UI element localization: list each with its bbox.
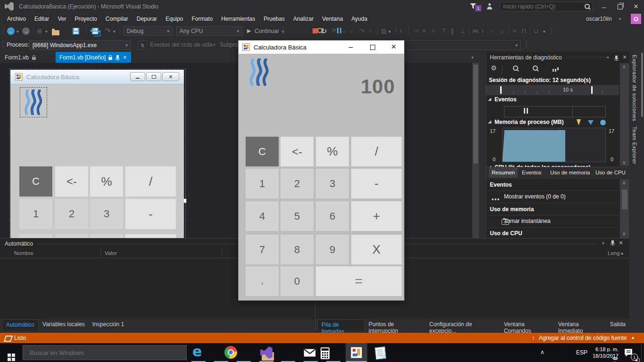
events-expander-icon[interactable]: ◢ [488, 97, 491, 101]
tab-uso-memoria[interactable]: Uso de memoria [550, 170, 590, 175]
edge-taskbar-icon[interactable]: e [192, 343, 202, 360]
diag-zoom-out-icon[interactable] [532, 65, 539, 72]
button-divide[interactable]: / [351, 137, 402, 166]
source-control-caret-icon[interactable]: ▴ [632, 335, 634, 340]
panel-close-icon[interactable]: × [623, 53, 627, 61]
take-snapshot-link[interactable]: Tomar instantánea [504, 218, 551, 224]
menu-formato[interactable]: Formato [188, 16, 217, 22]
process-combo[interactable]: [8668] WindowsApp1.exe▾ [29, 40, 131, 50]
designer-button-3[interactable]: 3 [90, 199, 123, 229]
pin-icon[interactable] [116, 55, 120, 60]
panel-menu-caret[interactable]: ▾ [602, 241, 604, 246]
button-equals[interactable]: = [316, 266, 402, 296]
col-valor[interactable]: Valor [105, 250, 117, 256]
menu-herramientas[interactable]: Herramientas [217, 16, 259, 22]
continue-play-icon[interactable]: ▶ [247, 28, 251, 34]
timeline-ruler[interactable]: 10 s [486, 85, 619, 95]
button-4[interactable]: 4 [246, 201, 279, 231]
taskbar-search-box[interactable] [23, 345, 187, 360]
calculator-taskbar-icon[interactable] [321, 347, 330, 359]
menu-equipo[interactable]: Equipo [161, 16, 187, 22]
scroll-up-icon[interactable]: ∧ [622, 180, 626, 185]
diag-vscrollbar[interactable]: ∧ ∨ [620, 63, 629, 166]
quick-launch-box[interactable] [500, 2, 593, 11]
show-events-icon[interactable] [492, 198, 500, 201]
tab-form1-code[interactable]: Form1.vb [0, 52, 41, 63]
size-to-grid-icon[interactable]: ◇ [500, 27, 504, 34]
menu-ayuda[interactable]: Ayuda [347, 16, 372, 22]
restore-button[interactable] [613, 1, 627, 12]
panel-close-icon[interactable]: × [619, 239, 623, 247]
step-out-icon[interactable]: ↑ [369, 27, 372, 34]
account-name[interactable]: oscar10iin [586, 16, 612, 22]
calculator-app-taskbar-button[interactable] [346, 343, 367, 362]
panel-menu-caret[interactable]: ▾ [607, 55, 609, 60]
align-bottoms-icon[interactable]: ⊥ [460, 27, 465, 34]
navigate-back-caret[interactable]: ▾ [17, 29, 19, 34]
button-5[interactable]: 5 [281, 201, 314, 231]
designer-vscrollbar[interactable] [472, 63, 479, 238]
visual-studio-taskbar-icon[interactable] [260, 346, 272, 360]
designer-button-4[interactable]: 4 [19, 234, 52, 238]
show-desktop-button[interactable] [641, 343, 644, 362]
notepad-taskbar-icon[interactable] [375, 346, 387, 360]
col-nombre[interactable]: Nombre [14, 250, 33, 256]
tab-config-excepciones[interactable]: Configuración de excepcio... [425, 319, 500, 330]
same-width-icon[interactable]: ⋈ [472, 27, 479, 34]
new-project-caret[interactable]: ▾ [45, 29, 48, 34]
tab-eventos[interactable]: Eventos [522, 170, 542, 175]
language-indicator[interactable]: ESP [576, 349, 587, 356]
col-lenguaje[interactable]: Leng [608, 250, 620, 256]
refresh-icon[interactable]: ⟳ [331, 27, 337, 34]
tab-solution-explorer[interactable]: Explorador de soluciones [632, 55, 637, 121]
diag-settings-gear-icon[interactable]: ⚙ [491, 64, 497, 72]
solution-configuration-combo[interactable]: Debug▾ [124, 26, 173, 36]
align-tops-icon[interactable]: ⊤ [441, 27, 446, 34]
tab-form1-design[interactable]: Form1.vb [Diseño] × [56, 52, 131, 63]
tab-resumen[interactable]: Resumen [489, 167, 518, 178]
button-6[interactable]: 6 [316, 201, 349, 231]
button-0[interactable]: 0 [281, 266, 314, 296]
button-percent[interactable]: % [316, 137, 349, 166]
designer-button-plus[interactable]: + [125, 234, 176, 238]
tab-design-label[interactable]: Form1.vb [Diseño] [59, 54, 106, 61]
clock-date[interactable]: 18/10/2017 [589, 353, 619, 359]
bring-to-front-icon[interactable]: ⊔ [534, 27, 538, 34]
button-backspace[interactable]: <- [281, 137, 314, 166]
calc-minimize-button[interactable]: – [343, 41, 358, 53]
calculator-titlebar[interactable]: Calculadora Básica – × [239, 41, 404, 54]
designer-button-2[interactable]: 2 [55, 199, 88, 229]
tab-inspeccion[interactable]: Inspección 1 [89, 319, 128, 330]
feedback-icon[interactable] [487, 3, 493, 9]
immediate-window-icon[interactable]: ⊦ [400, 27, 403, 34]
close-button[interactable]: × [629, 1, 643, 12]
redo-caret[interactable]: ▾ [113, 29, 116, 34]
logo-selection-outline[interactable] [20, 87, 47, 117]
show-next-statement-icon[interactable]: → [341, 27, 347, 34]
menu-compilar[interactable]: Compilar [101, 16, 132, 22]
diag-chart-icon[interactable] [553, 66, 560, 72]
restart-icon[interactable]: ↻ [321, 27, 327, 35]
designer-button-minus[interactable]: - [125, 199, 176, 229]
designer-minimize-button[interactable] [130, 72, 145, 81]
button-8[interactable]: 8 [281, 235, 314, 264]
start-button[interactable] [8, 354, 16, 362]
calc-maximize-button[interactable] [365, 41, 380, 53]
designer-button-clear[interactable]: C [19, 166, 52, 197]
account-caret-icon[interactable]: ▾ [619, 16, 621, 21]
new-project-icon[interactable]: ⊞ [37, 27, 42, 35]
diag-zoom-in-icon[interactable] [512, 65, 519, 72]
align-lefts-icon[interactable]: ⊣ [413, 27, 418, 34]
tab-uso-cpu[interactable]: Uso de CPU [595, 170, 626, 175]
source-control-link[interactable]: Agregar al control de código fuente [539, 335, 627, 341]
button-9[interactable]: 9 [316, 235, 349, 264]
action-center-badge[interactable]: 1 [631, 354, 638, 361]
tab-automatico[interactable]: Automático [2, 319, 39, 330]
tab-list-caret[interactable]: ▾ [471, 55, 474, 60]
button-comma[interactable]: , [246, 266, 279, 296]
clock[interactable]: 6:18 p. m. 18/10/2017 [589, 346, 619, 359]
horiz-spacing-icon[interactable]: ≍ [512, 27, 517, 34]
solution-platform-combo[interactable]: Any CPU▾ [176, 26, 242, 36]
lifecycle-events-label[interactable]: Eventos del ciclo de vida [150, 41, 212, 48]
panel-pin-icon[interactable] [611, 240, 615, 246]
